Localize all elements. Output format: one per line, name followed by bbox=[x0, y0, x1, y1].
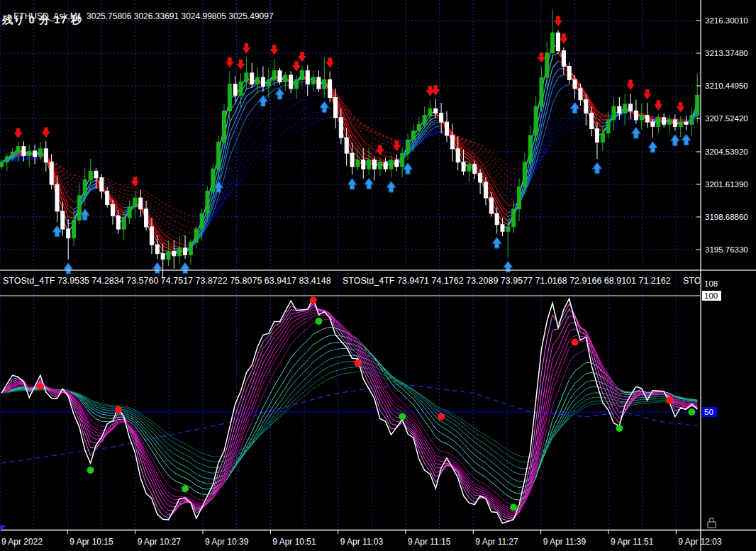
price-axis-label: 3216.30010 bbox=[705, 16, 748, 25]
indicator-header-row: STOStd_4TF 73.9535 74.2834 73.5760 74.75… bbox=[0, 274, 700, 287]
candlestick bbox=[595, 129, 599, 143]
candlestick bbox=[256, 77, 260, 84]
candlestick bbox=[601, 133, 604, 143]
candlestick bbox=[278, 71, 282, 82]
buy-signal-dot bbox=[688, 408, 695, 416]
price-axis-label: 3207.52420 bbox=[705, 114, 748, 123]
candlestick bbox=[462, 162, 465, 172]
candlestick bbox=[239, 82, 243, 95]
candlestick bbox=[72, 220, 76, 238]
candlestick bbox=[339, 118, 343, 138]
candlestick bbox=[100, 178, 104, 191]
candlestick bbox=[417, 124, 421, 130]
candlestick bbox=[38, 149, 42, 157]
candlestick bbox=[489, 198, 493, 213]
candlestick bbox=[557, 33, 560, 50]
candlestick bbox=[161, 254, 165, 260]
buy-signal-dot bbox=[616, 425, 623, 432]
candlestick bbox=[423, 116, 426, 125]
candlestick bbox=[5, 157, 9, 162]
price-axis-label: 3213.37480 bbox=[705, 49, 748, 57]
candlestick bbox=[445, 122, 449, 135]
candlestick bbox=[551, 33, 555, 52]
candlestick bbox=[467, 165, 471, 171]
sell-signal-dot bbox=[37, 383, 44, 390]
candlestick bbox=[150, 227, 153, 245]
candlestick bbox=[362, 160, 365, 169]
time-axis-label: 9 Apr 11:27 bbox=[475, 537, 518, 547]
level-100-label: 100 bbox=[704, 291, 718, 300]
candlestick bbox=[634, 111, 638, 120]
candlestick bbox=[456, 149, 460, 162]
candlestick bbox=[128, 207, 131, 218]
candlestick bbox=[645, 116, 649, 122]
candlestick bbox=[411, 131, 415, 140]
candlestick bbox=[528, 135, 532, 162]
candlestick bbox=[523, 162, 526, 187]
buy-signal-dot bbox=[87, 467, 94, 474]
candlestick bbox=[590, 113, 594, 129]
candlestick bbox=[194, 229, 198, 243]
candlestick bbox=[618, 106, 621, 113]
candlestick bbox=[395, 160, 399, 167]
buy-signal-dot bbox=[182, 485, 189, 492]
candlestick bbox=[389, 160, 393, 169]
candlestick bbox=[562, 50, 565, 66]
candlestick bbox=[696, 95, 699, 115]
level-50-label: 50 bbox=[704, 408, 713, 416]
candlestick bbox=[367, 160, 371, 169]
candlestick bbox=[629, 104, 633, 111]
price-axis-label: 3201.61390 bbox=[705, 180, 748, 189]
candlestick bbox=[50, 162, 53, 184]
candlestick bbox=[328, 79, 332, 97]
candlestick bbox=[200, 213, 204, 229]
candlestick bbox=[317, 77, 321, 89]
candlestick bbox=[250, 73, 254, 84]
candlestick bbox=[272, 71, 276, 80]
stostd-values-right: STOStd_4TF 73.9471 74.1762 73.2089 73.95… bbox=[343, 276, 671, 286]
candlestick bbox=[16, 147, 20, 152]
time-axis-label: 9 Apr 10:51 bbox=[272, 537, 316, 547]
candlestick bbox=[673, 120, 677, 126]
candlestick bbox=[233, 84, 237, 96]
candlestick bbox=[178, 248, 182, 256]
candlestick bbox=[573, 79, 577, 89]
candlestick bbox=[372, 160, 376, 169]
price-axis-label: 3204.53920 bbox=[705, 148, 748, 156]
candlestick bbox=[116, 216, 120, 229]
candlestick bbox=[450, 135, 454, 149]
candlestick bbox=[579, 89, 582, 100]
candlestick bbox=[184, 248, 187, 255]
time-axis-label: 9 Apr 12:03 bbox=[678, 537, 722, 547]
candlestick bbox=[668, 120, 672, 124]
candlestick bbox=[33, 151, 37, 157]
candlestick bbox=[89, 171, 92, 180]
candlestick bbox=[501, 225, 504, 231]
buy-signal-dot bbox=[315, 318, 322, 325]
candlestick bbox=[612, 106, 616, 120]
candlestick bbox=[311, 77, 315, 84]
candlestick bbox=[495, 213, 499, 225]
candlestick bbox=[518, 187, 521, 208]
candlestick bbox=[217, 142, 221, 169]
candlestick bbox=[28, 151, 31, 155]
time-axis-label: 9 Apr 10:27 bbox=[138, 537, 182, 547]
candlestick bbox=[384, 162, 387, 169]
sell-signal-dot bbox=[572, 339, 579, 346]
candlestick bbox=[434, 108, 438, 113]
candlestick bbox=[0, 162, 4, 167]
candlestick bbox=[512, 209, 516, 227]
candlestick bbox=[245, 73, 248, 82]
candlestick bbox=[167, 252, 170, 260]
candlestick bbox=[378, 162, 382, 169]
candlestick bbox=[11, 152, 14, 157]
candle-countdown-timer: 残り 0 分 17 秒 bbox=[2, 13, 82, 27]
candlestick bbox=[267, 79, 270, 86]
price-axis-label: 3195.76330 bbox=[705, 245, 748, 254]
candlestick bbox=[306, 71, 309, 84]
candlestick bbox=[567, 66, 571, 79]
candlestick bbox=[189, 243, 192, 255]
candlestick bbox=[484, 182, 487, 198]
candlestick bbox=[261, 77, 265, 87]
candlestick bbox=[606, 120, 610, 133]
